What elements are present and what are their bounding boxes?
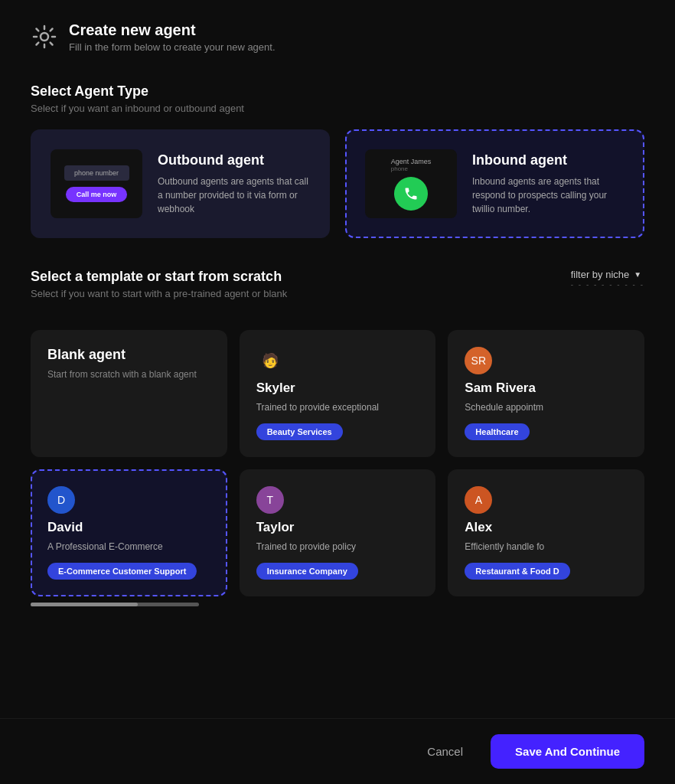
filter-by-niche-button[interactable]: filter by niche ▼	[571, 269, 642, 280]
phone-number-bar: phone number	[64, 165, 129, 181]
taylor-avatar: T	[256, 486, 284, 514]
alex-title: Alex	[465, 520, 628, 535]
outbound-agent-desc: Outbound agents are agents that call a n…	[158, 175, 310, 216]
call-me-now-button[interactable]: Call me now	[66, 187, 128, 202]
sam-tag: Healthcare	[465, 423, 529, 440]
gear-icon	[31, 23, 58, 51]
inbound-phone-label: phone	[391, 165, 432, 172]
cancel-button[interactable]: Cancel	[415, 739, 475, 764]
agent-type-section: Select Agent Type Select if you want an …	[31, 83, 644, 238]
inbound-agent-card[interactable]: Agent James phone Inbound agent Inbound …	[345, 129, 644, 238]
outbound-agent-card[interactable]: phone number Call me now Outbound agent …	[31, 129, 330, 238]
template-card-blank[interactable]: Blank agent Start from scratch with a bl…	[31, 330, 227, 457]
skyler-title: Skyler	[256, 381, 419, 396]
template-card-sam-rivera[interactable]: SR Sam Rivera Schedule appointm Healthca…	[448, 330, 644, 457]
inbound-agent-name: Agent James	[391, 158, 432, 165]
david-tag: E-Commerce Customer Support	[47, 563, 197, 580]
template-card-taylor[interactable]: T Taylor Trained to provide policy Insur…	[240, 469, 436, 596]
agent-type-subtitle: Select if you want an inbound or outboun…	[31, 103, 644, 114]
page-title: Create new agent	[69, 21, 276, 39]
taylor-tag: Insurance Company	[256, 563, 358, 580]
template-scroll-container: Blank agent Start from scratch with a bl…	[31, 330, 644, 606]
phone-circle	[394, 177, 428, 211]
blank-agent-title: Blank agent	[47, 347, 210, 363]
scroll-thumb	[31, 603, 138, 606]
template-section-subtitle: Select if you want to start with a pre-t…	[31, 288, 287, 299]
inbound-agent-desc: Inbound agents are agents that respond t…	[472, 175, 624, 216]
template-section-title: Select a template or start from scratch	[31, 269, 287, 285]
alex-tag: Restaurant & Food D	[465, 563, 569, 580]
agent-type-title: Select Agent Type	[31, 83, 644, 100]
agent-type-row: phone number Call me now Outbound agent …	[31, 129, 644, 238]
template-card-alex[interactable]: A Alex Efficiently handle fo Restaurant …	[448, 469, 644, 596]
page-header: Create new agent Fill in the form below …	[31, 21, 644, 53]
david-avatar: D	[47, 486, 75, 514]
svg-point-0	[41, 33, 48, 41]
sam-desc: Schedule appointm	[465, 400, 628, 414]
chevron-down-icon: ▼	[634, 270, 641, 279]
skyler-tag: Beauty Services	[256, 423, 343, 440]
template-grid: Blank agent Start from scratch with a bl…	[31, 330, 644, 596]
alex-desc: Efficiently handle fo	[465, 540, 628, 554]
save-and-continue-button[interactable]: Save And Continue	[491, 734, 644, 769]
sam-title: Sam Rivera	[465, 381, 628, 396]
scroll-indicator	[31, 603, 199, 606]
outbound-agent-title: Outbound agent	[158, 152, 310, 168]
footer: Cancel Save And Continue	[0, 718, 675, 784]
david-desc: A Professional E-Commerce	[47, 540, 210, 554]
alex-avatar: A	[465, 486, 492, 514]
taylor-desc: Trained to provide policy	[256, 540, 419, 554]
skyler-desc: Trained to provide exceptional	[256, 400, 419, 414]
template-card-david[interactable]: D David A Professional E-Commerce E-Comm…	[31, 469, 227, 596]
page-subtitle: Fill in the form below to create your ne…	[69, 41, 276, 53]
sam-avatar: SR	[465, 347, 492, 374]
template-section: Select a template or start from scratch …	[31, 269, 644, 606]
inbound-agent-title: Inbound agent	[472, 152, 624, 168]
skyler-avatar: 🧑	[256, 347, 284, 374]
filter-dashes: - - - - - - - - - -	[571, 280, 644, 289]
blank-agent-desc: Start from scratch with a blank agent	[47, 369, 210, 380]
template-card-skyler[interactable]: 🧑 Skyler Trained to provide exceptional …	[240, 330, 436, 457]
david-title: David	[47, 520, 210, 535]
taylor-title: Taylor	[256, 520, 419, 535]
inbound-preview: Agent James phone	[365, 149, 457, 218]
outbound-preview: phone number Call me now	[51, 149, 142, 218]
